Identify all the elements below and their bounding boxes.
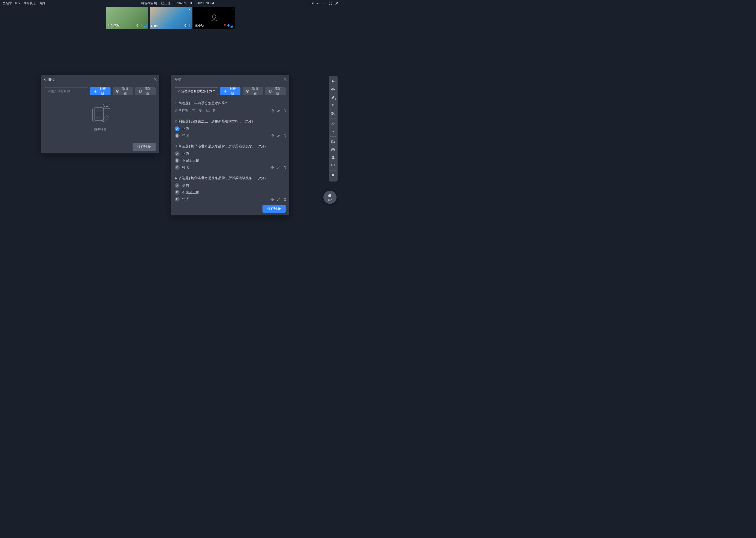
close-icon[interactable]: [335, 1, 339, 5]
raise-hand-button[interactable]: 0/2: [323, 191, 337, 204]
quiz-name-input[interactable]: [175, 87, 218, 95]
svg-rect-40: [332, 149, 335, 151]
option-label: 错误: [182, 133, 189, 138]
move-icon[interactable]: [270, 166, 274, 170]
edit-icon[interactable]: [277, 166, 280, 170]
question-option[interactable]: B 不完全正确: [175, 190, 287, 195]
toolbox-tool[interactable]: [329, 145, 338, 153]
signal-icon: [230, 25, 234, 27]
svg-point-9: [213, 15, 216, 18]
option-label: 正确: [182, 151, 189, 156]
question-actions: [270, 109, 287, 114]
option-letter: B: [175, 158, 179, 163]
video-tile-teacher[interactable]: 叮当老师: [106, 7, 148, 29]
minimize-icon[interactable]: [322, 1, 326, 5]
video-close-icon[interactable]: ×: [188, 7, 191, 12]
pointer-tool[interactable]: [329, 78, 338, 86]
add-judge-button[interactable]: 判断题: [220, 87, 240, 95]
question-title: 2 [判断题] 我国宪法上一次更新是在2020年。（2分）: [175, 119, 287, 124]
folder-tool[interactable]: [329, 138, 338, 145]
button-label: 简答题: [143, 87, 153, 96]
top-status-bar: 丢包率：0% 网络状态：良好 神秘大自然 已上课：02:34:09 ID：202…: [0, 0, 341, 6]
settings-icon[interactable]: [316, 1, 320, 5]
text-tool[interactable]: T: [329, 101, 338, 109]
quiz-name-input[interactable]: [45, 87, 88, 95]
svg-rect-20: [94, 108, 104, 120]
pen-tool[interactable]: [329, 93, 338, 101]
delete-icon[interactable]: [283, 197, 287, 202]
add-judge-button[interactable]: 判断题: [90, 87, 111, 95]
option-label: 正确: [182, 126, 189, 131]
option-label: 错误: [182, 165, 189, 170]
option-letter: A: [175, 126, 179, 131]
question-item: 1 [简答题] 一年四季分别是哪四季?参考答案：春、夏、秋、冬: [175, 98, 287, 116]
video-close-icon[interactable]: ×: [232, 7, 234, 12]
question-title: 3 [单选题] 施华洛世奇是反华品牌，所以梁鼎琪反华。（2分）: [175, 144, 287, 149]
close-icon[interactable]: [283, 78, 287, 82]
users-tool[interactable]: [329, 153, 338, 161]
add-short-button[interactable]: 简答题: [135, 87, 156, 95]
question-option[interactable]: C 错误: [175, 165, 287, 170]
question-option[interactable]: B 错误: [175, 133, 287, 138]
svg-point-45: [334, 165, 334, 165]
add-choice-button[interactable]: 选择题: [243, 87, 263, 95]
save-quiz-button[interactable]: 保存试卷: [132, 143, 156, 151]
button-label: 选择题: [251, 87, 260, 96]
question-actions: [270, 166, 287, 170]
back-icon[interactable]: [44, 78, 46, 81]
question-option[interactable]: C 错译: [175, 197, 287, 201]
option-letter: B: [175, 133, 179, 138]
question-actions: [270, 197, 287, 202]
question-option[interactable]: A 是的: [175, 183, 287, 188]
button-label: 判断题: [228, 87, 237, 96]
chat-tool[interactable]: [329, 161, 338, 169]
edit-icon[interactable]: [277, 109, 280, 114]
camera-toggle-icon[interactable]: [310, 1, 313, 5]
edit-icon[interactable]: [277, 197, 280, 202]
video-tile-student-1[interactable]: × Nina: [150, 7, 192, 29]
move-icon[interactable]: [270, 197, 274, 202]
svg-point-28: [108, 106, 109, 107]
course-title: 神秘大自然: [141, 1, 157, 6]
save-quiz-button[interactable]: 保存试卷: [262, 205, 286, 213]
video-tile-student-2[interactable]: × 王小明: [193, 7, 235, 29]
elapsed-time: 已上课：02:34:09: [161, 1, 186, 6]
side-toolbar: T: [329, 76, 338, 182]
edit-icon[interactable]: [277, 134, 280, 138]
option-letter: C: [175, 165, 179, 170]
question-item: 3 [单选题] 施华洛世奇是反华品牌，所以梁鼎琪反华。（2分） A 正确 B 不…: [175, 141, 287, 173]
brightness-tool[interactable]: [329, 128, 338, 135]
move-icon[interactable]: [270, 134, 274, 138]
quiz-panel-empty: 测验 判断题 选择题 简答题 暂无试题 保存试卷: [41, 75, 159, 153]
button-label: 选择题: [121, 87, 130, 96]
scissors-tool[interactable]: [329, 109, 338, 117]
svg-text:T: T: [332, 103, 334, 107]
add-short-button[interactable]: 简答题: [265, 87, 286, 95]
svg-point-5: [137, 25, 138, 26]
svg-point-26: [105, 106, 105, 107]
bell-tool[interactable]: [329, 172, 338, 180]
svg-rect-18: [139, 90, 141, 92]
delete-icon[interactable]: [283, 134, 287, 138]
mic-icon: [140, 24, 143, 28]
delete-icon[interactable]: [283, 166, 287, 170]
maximize-icon[interactable]: [329, 1, 332, 5]
eye-icon: [184, 24, 187, 28]
eye-icon: [136, 24, 139, 28]
move-icon[interactable]: [270, 109, 274, 114]
eraser-tool[interactable]: [329, 120, 338, 128]
add-choice-button[interactable]: 选择题: [113, 87, 133, 95]
move-tool[interactable]: [329, 86, 338, 93]
option-label: 不完全正确: [182, 158, 199, 163]
delete-icon[interactable]: [283, 109, 287, 114]
short-answer-icon: [268, 89, 272, 93]
question-option[interactable]: A 正确: [175, 151, 287, 156]
question-option[interactable]: A 正确: [175, 126, 287, 131]
svg-point-1: [317, 3, 318, 4]
question-list[interactable]: 1 [简答题] 一年四季分别是哪四季?参考答案：春、夏、秋、冬 2 [判断题] …: [175, 98, 288, 202]
signal-icon: [143, 25, 147, 27]
question-option[interactable]: B 不完全正确: [175, 158, 287, 163]
svg-point-7: [185, 25, 186, 26]
mic-muted-icon: [224, 24, 226, 28]
close-icon[interactable]: [154, 78, 157, 82]
